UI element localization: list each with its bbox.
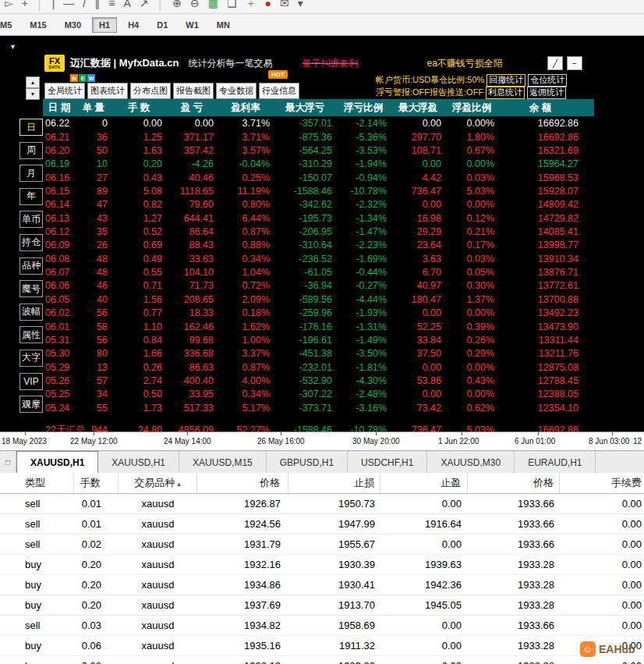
time-label: 18 May 2023: [2, 437, 47, 446]
sidebar-item-9[interactable]: 波幅: [19, 304, 43, 321]
panel-tab-1[interactable]: 全局统计: [44, 83, 85, 99]
order-row[interactable]: buy0.08xauusd1933.121909.300.001933.280.…: [0, 656, 644, 664]
new-order-icon[interactable]: ＋: [246, 0, 257, 12]
sidebar-item-2[interactable]: 周: [19, 142, 43, 159]
channel-icon[interactable]: ∥: [94, 0, 100, 12]
interest-stats-button[interactable]: 利息统计: [486, 87, 525, 99]
terminal-col-header[interactable]: 价格: [197, 473, 288, 493]
chart-collapse-icon[interactable]: ▼: [9, 43, 16, 51]
eahub-logo-icon: ☺: [580, 641, 596, 657]
order-row[interactable]: buy0.20xauusd1934.861930.411942.361933.2…: [0, 575, 644, 595]
sidebar-item-3[interactable]: 月: [19, 165, 43, 182]
drawdown-stats-button[interactable]: 回撤统计: [487, 74, 525, 87]
terminal-col-header[interactable]: 类型: [0, 473, 74, 493]
panel-header: FX DATA 迈汇数据 | MyfxData.cn 统计分析每一笔交易 量子纠…: [44, 53, 582, 73]
chart-tab-list-icon[interactable]: □: [0, 451, 16, 474]
chart-tab-3[interactable]: XAUUSD,M15: [179, 451, 267, 474]
sidebar-item-10[interactable]: 属性: [19, 326, 43, 343]
position-stats-button[interactable]: 仓位统计: [528, 74, 567, 87]
sidebar-item-8[interactable]: 魔号: [19, 280, 43, 297]
sidebar-item-7[interactable]: 品种: [19, 257, 43, 275]
vertical-line-icon[interactable]: |: [52, 0, 55, 12]
sidebar-item-11[interactable]: 大字: [19, 350, 43, 367]
separator: │: [37, 0, 44, 12]
fibonacci-icon[interactable]: ≡: [108, 0, 115, 12]
sidebar-expander[interactable]: ∨: [26, 399, 31, 408]
terminal-col-header[interactable]: 交易品种▴: [119, 473, 197, 493]
order-row[interactable]: sell0.01xauusd1924.561947.991916.641933.…: [0, 514, 644, 534]
sidebar-item-5[interactable]: 单币: [19, 211, 43, 228]
chart-tab-6[interactable]: XAUUSD,M30: [427, 451, 515, 474]
sidebar-item-4[interactable]: 年: [19, 188, 43, 205]
chart-type-icon[interactable]: ▦: [208, 0, 218, 12]
order-row[interactable]: buy0.20xauusd1937.691913.701945.051933.2…: [0, 595, 644, 616]
chart-tab-5[interactable]: USDCHF,H1: [348, 451, 427, 474]
terminal-col-header[interactable]: 手数: [74, 473, 119, 493]
order-row[interactable]: buy0.06xauusd1935.161911.320.001933.280.…: [0, 636, 644, 656]
chart-tab-bar: □ XAUUSD,H1XAUUSD,H1XAUUSD,M15GBPUSD,H1U…: [0, 450, 644, 474]
zoom-out-icon[interactable]: ⊖: [190, 0, 200, 12]
time-axis[interactable]: 18 May 202322 May 12:0024 May 14:0026 Ma…: [0, 431, 644, 451]
zoom-in-icon[interactable]: ⊕: [172, 0, 182, 12]
chart-tab-7[interactable]: EURAUD,H1: [515, 451, 596, 474]
terminal-col-header[interactable]: 止盈: [380, 473, 468, 493]
timeframe-h4[interactable]: H4: [121, 17, 146, 33]
timeframe-h1[interactable]: H1: [92, 17, 117, 33]
stats-row: 05.30801.66336.683.37%-451.38-3.50%37.50…: [43, 347, 582, 360]
terminal-col-header[interactable]: 止损: [288, 473, 380, 493]
sidebar-item-1[interactable]: 日: [19, 119, 43, 136]
time-label: 26 May 16:00: [257, 437, 305, 446]
panel-tab-2[interactable]: 图表统计: [87, 83, 128, 99]
rebate-stats-button[interactable]: 返佣统计: [527, 87, 566, 99]
chart-tab-2[interactable]: XAUUSD,H1: [98, 451, 179, 474]
dropdown-icon[interactable]: ▾: [298, 0, 303, 12]
chart-area[interactable]: ▼ FX DATA 迈汇数据 | MyfxData.cn 统计分析每一笔交易 量…: [0, 36, 644, 431]
time-label: 12 Jun 0: [633, 437, 644, 446]
stats-col-header: 最大浮亏: [274, 99, 336, 116]
stats-row: 06.02560.7718.330.18%-259.96-1.93%0.000.…: [43, 307, 582, 320]
terminal-col-header[interactable]: 手续费: [560, 473, 644, 493]
timeframe-m15[interactable]: M15: [23, 17, 53, 33]
cursor-icon[interactable]: ▻: [5, 0, 13, 12]
arrow-tool-icon[interactable]: ↗: [140, 0, 149, 12]
alert-settings-text: 浮亏警报:OFF报告推送:OFF: [376, 87, 483, 98]
badge-e: E: [79, 74, 87, 82]
crosshair-icon[interactable]: +: [22, 0, 28, 12]
sidebar-item-6[interactable]: 持仓: [19, 234, 43, 251]
stats-col-header: 日 期: [43, 99, 76, 116]
autotrade-icon[interactable]: ●: [265, 0, 271, 12]
chart-tab-1[interactable]: XAUUSD,H1: [16, 451, 98, 474]
timeframe-mn[interactable]: MN: [210, 17, 237, 33]
panel-scroll-up-button[interactable]: ▲: [26, 76, 40, 88]
order-row[interactable]: sell0.01xauusd1926.871950.730.001933.660…: [0, 494, 644, 514]
panel-edit-button[interactable]: ╱: [547, 56, 563, 70]
order-row[interactable]: buy0.20xauusd1932.161930.391939.631933.2…: [0, 555, 644, 575]
panel-tab-3[interactable]: 分布点图: [130, 83, 171, 99]
fx-data-logo: FX DATA: [44, 55, 65, 72]
panel-scroll-down-button[interactable]: ▼: [26, 88, 40, 100]
tile-windows-icon[interactable]: ❏: [227, 0, 237, 12]
mail-icon[interactable]: ✉: [280, 0, 289, 12]
sidebar-item-12[interactable]: VIP: [19, 373, 43, 390]
axis-tick: [94, 432, 94, 435]
sort-icon: ▴: [177, 480, 181, 488]
order-row[interactable]: sell0.02xauusd1931.791955.670.001933.660…: [0, 534, 644, 555]
timeframe-d1[interactable]: D1: [150, 17, 175, 33]
horizontal-line-icon[interactable]: —: [63, 0, 74, 12]
axis-tick: [25, 432, 26, 435]
panel-minimize-button[interactable]: −: [567, 56, 582, 70]
text-icon[interactable]: A: [123, 0, 130, 12]
panel-tab-4[interactable]: 报告截图: [173, 83, 214, 99]
axis-tick: [538, 432, 539, 435]
panel-tab-6[interactable]: 行业信息: [259, 83, 299, 99]
timeframe-m5[interactable]: M5: [0, 17, 19, 33]
panel-title: 迈汇数据 | MyfxData.cn: [70, 56, 179, 70]
timeframe-m30[interactable]: M30: [58, 17, 88, 33]
timeframe-w1[interactable]: W1: [179, 17, 206, 33]
order-row[interactable]: sell0.03xauusd1934.821958.690.001933.660…: [0, 616, 644, 636]
chart-tabs: XAUUSD,H1XAUUSD,H1XAUUSD,M15GBPUSD,H1USD…: [16, 451, 596, 474]
terminal-col-header[interactable]: 价格: [468, 473, 560, 493]
trendline-icon[interactable]: /: [83, 0, 86, 12]
chart-tab-4[interactable]: GBPUSD,H1: [267, 451, 348, 474]
panel-tab-5[interactable]: 专业数据: [216, 83, 257, 99]
